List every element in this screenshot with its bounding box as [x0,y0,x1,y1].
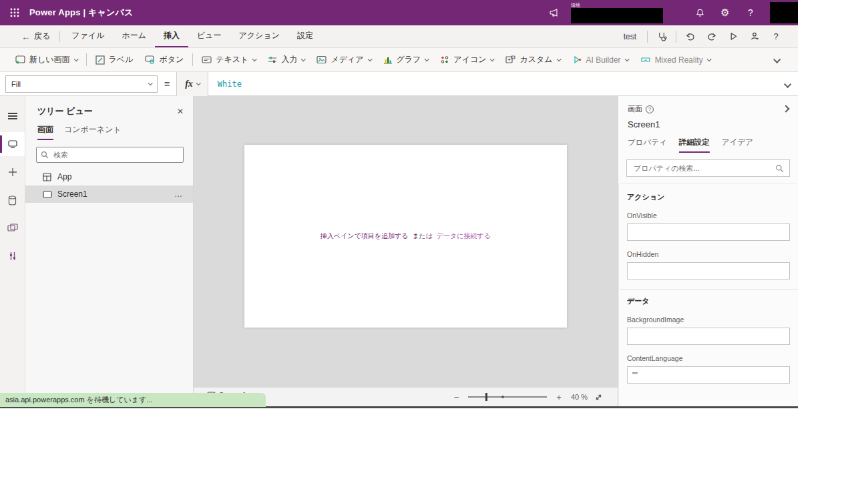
property-dropdown[interactable]: Fill [5,75,158,93]
fx-button[interactable]: fx [176,72,208,96]
back-button[interactable]: ← 戻る [20,25,57,47]
menu-item-view[interactable]: ビュー [188,25,230,47]
formula-expand-chevron[interactable] [785,78,798,90]
gear-glyph: ⚙ [720,7,729,19]
field-onvisible-input[interactable] [627,223,790,241]
question-glyph: ? [773,31,778,41]
rail-data-icon[interactable] [0,188,25,212]
rail-advanced-tools-icon[interactable] [0,244,25,268]
media-icon [316,55,327,64]
rail-insert-plus-icon[interactable] [0,160,25,184]
ribbon-label-label: ラベル [109,54,134,65]
header-help-icon[interactable]: ? [738,0,763,25]
waffle-menu-icon[interactable] [0,0,29,25]
ribbon-icons[interactable]: アイコン [434,48,499,71]
menu-item-settings[interactable]: 設定 [288,25,322,47]
menu-item-file[interactable]: ファイル [63,25,113,47]
object-type-row: 画面 ? [628,104,790,114]
tree-item-screen1[interactable]: Screen1 … [25,185,193,203]
menu-bar: ← 戻る ファイル ホーム 挿入 ビュー アクション 設定 test [0,25,798,48]
notifications-bell-icon[interactable] [687,0,712,25]
section-data-title: データ [627,296,790,306]
property-name: Fill [11,80,21,88]
ribbon-divider [86,53,87,66]
environment-selector[interactable]: 環境 [571,3,663,23]
ribbon-label[interactable]: ラベル [89,48,140,71]
preview-play-icon[interactable] [723,27,743,46]
screen-artboard[interactable]: 挿入ペインで項目を追加する または データに接続する [244,145,567,328]
more-options-icon[interactable]: … [174,189,184,199]
zoom-slider-handle[interactable] [485,393,487,401]
chevron-down-icon [773,55,781,63]
tree-search-input[interactable] [52,150,179,159]
header-right-cluster: 環境 ⚙ ? [541,0,798,25]
ribbon-mixed-reality[interactable]: Mixed Reality [634,48,716,71]
properties-panel: 画面 ? Screen1 プロパティ 詳細設定 アイデア アクション [618,96,798,406]
ribbon-button[interactable]: ボタン [139,48,190,71]
menu-help-icon[interactable]: ? [766,27,786,46]
help-circle-icon[interactable]: ? [646,105,654,113]
chevron-down-icon [148,81,153,85]
insert-ribbon: 新しい画面 ラベル ボタン テキスト 入力 メディア [0,48,798,72]
ribbon-text[interactable]: テキスト [196,48,262,71]
canvas-region: 挿入ペインで項目を追加する または データに接続する Screen1 − [194,96,618,406]
redo-icon[interactable] [702,27,722,46]
tab-components[interactable]: コンポーネント [64,124,122,140]
menu-item-action[interactable]: アクション [230,25,288,47]
status-message: asia.api.powerapps.com を待機しています... [5,395,152,405]
menu-item-home[interactable]: ホーム [113,25,155,47]
status-toast: asia.api.powerapps.com を待機しています... [0,393,266,407]
ribbon-new-screen[interactable]: 新しい画面 [9,48,83,71]
chevron-down-icon [784,80,791,87]
field-onhidden: OnHidden [627,250,790,280]
zoom-out-button[interactable]: − [451,392,462,402]
tree-item-app[interactable]: App [25,168,193,185]
undo-icon[interactable] [680,27,700,46]
ribbon-media[interactable]: メディア [310,48,377,71]
property-search-input[interactable] [632,163,771,173]
announcement-icon[interactable] [541,0,567,25]
field-onvisible-label: OnVisible [627,211,790,219]
tab-ideas[interactable]: アイデア [722,137,753,153]
empty-message-connect-link[interactable]: データに接続する [437,232,491,239]
zoom-slider[interactable] [468,393,547,401]
formula-bar: Fill = fx White [0,72,798,96]
ribbon-input[interactable]: 入力 [262,48,310,71]
rail-hamburger-icon[interactable] [0,104,25,128]
ribbon-input-label: 入力 [281,54,297,65]
field-contentlanguage-input[interactable] [627,366,790,384]
chevron-down-icon [425,57,429,61]
zoom-percentage: 40 % [571,393,588,401]
field-onhidden-input[interactable] [627,262,790,280]
fit-to-window-icon[interactable] [594,393,603,402]
rail-tree-view-icon[interactable] [0,132,25,156]
app-title: Power Apps | キャンバス [29,7,134,19]
canvas-area[interactable]: 挿入ペインで項目を追加する または データに接続する [194,96,618,388]
app-name[interactable]: test [617,32,643,41]
panel-collapse-chevron[interactable] [783,104,789,113]
back-label: 戻る [34,31,50,42]
ribbon-custom[interactable]: カスタム [499,48,566,71]
formula-input[interactable]: White [208,79,785,89]
tab-advanced[interactable]: 詳細設定 [679,137,710,153]
zoom-controls: − + 40 % [451,392,603,402]
chevron-down-icon [301,57,306,61]
app-checker-icon[interactable] [652,27,672,46]
tab-properties[interactable]: プロパティ [628,137,667,153]
ribbon-collapse-chevron[interactable] [774,48,779,71]
rail-media-icon[interactable] [0,216,25,240]
chevron-right-icon [782,105,789,112]
chevron-down-icon [196,81,201,85]
zoom-in-button[interactable]: + [554,392,564,402]
environment-name-redacted [571,8,663,23]
menu-item-insert[interactable]: 挿入 [155,25,188,47]
tab-screens[interactable]: 画面 [37,124,53,140]
account-avatar[interactable] [770,2,798,23]
ribbon-ai-builder[interactable]: AI Builder [566,48,634,71]
settings-gear-icon[interactable]: ⚙ [712,0,738,25]
share-person-icon[interactable] [744,27,765,46]
close-icon[interactable]: ✕ [177,107,184,116]
ribbon-chart[interactable]: グラフ [377,48,435,71]
field-backgroundimage-input[interactable] [627,328,790,345]
empty-message-add[interactable]: 挿入ペインで項目を追加する [320,232,409,239]
